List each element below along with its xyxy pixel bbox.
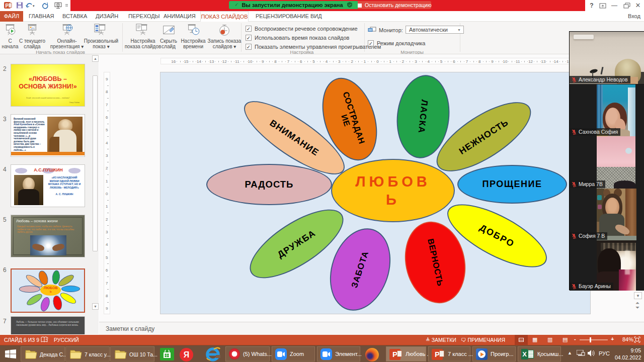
svg-text:P: P [6, 3, 9, 9]
svg-text:▾: ▾ [33, 4, 35, 8]
